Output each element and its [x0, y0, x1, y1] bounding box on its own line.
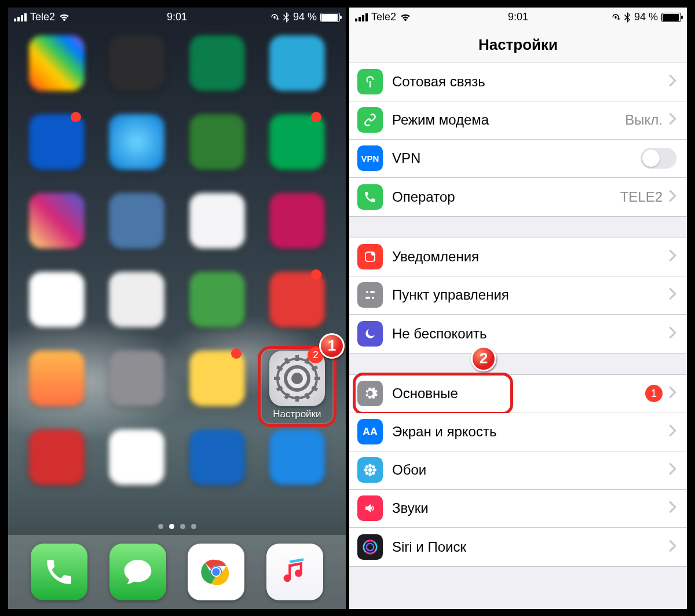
- screenshot-composite: Tele2 9:01 94 %: [6, 5, 689, 611]
- app-unknown[interactable]: [102, 429, 171, 508]
- row-cellular[interactable]: Сотовая связь: [349, 63, 687, 101]
- badge-icon: [71, 112, 81, 122]
- messages-app[interactable]: [109, 544, 166, 600]
- badge-icon: [311, 112, 321, 122]
- clock: 9:01: [508, 11, 528, 23]
- callout-1: 1: [319, 333, 345, 359]
- vpn-toggle[interactable]: [641, 148, 676, 169]
- chevron-right-icon: [668, 287, 676, 302]
- chevron-right-icon: [668, 462, 676, 478]
- svg-point-2: [291, 373, 303, 384]
- svg-rect-13: [365, 297, 370, 299]
- svg-point-19: [372, 468, 376, 471]
- row-value: Выкл.: [625, 112, 663, 128]
- battery-pct: 94 %: [293, 11, 317, 23]
- app-unknown[interactable]: [102, 272, 171, 351]
- row-wallpaper[interactable]: Обои: [349, 451, 687, 490]
- svg-point-23: [372, 472, 375, 475]
- page-indicator[interactable]: [8, 520, 346, 535]
- app-unknown[interactable]: [22, 429, 92, 508]
- settings-group-general: 2 Основные 1 AA Экран и яркость: [349, 374, 687, 567]
- row-siri[interactable]: Siri и Поиск: [349, 528, 687, 566]
- row-label: Сотовая связь: [392, 74, 668, 90]
- app-unknown[interactable]: [102, 114, 171, 193]
- phone-home-screen: Tele2 9:01 94 %: [8, 8, 346, 609]
- row-display[interactable]: AA Экран и яркость: [349, 413, 687, 451]
- chrome-icon: [198, 554, 234, 590]
- app-unknown[interactable]: [262, 429, 332, 508]
- settings-group-alerts: Уведомления Пункт управления Не беспокои…: [349, 238, 687, 353]
- row-label: Siri и Поиск: [392, 539, 668, 555]
- row-label: Режим модема: [392, 112, 625, 128]
- chevron-right-icon: [668, 386, 676, 401]
- settings-app[interactable]: 2 Настройки 1: [262, 351, 332, 429]
- row-label: Экран и яркость: [392, 424, 668, 440]
- app-unknown[interactable]: [262, 114, 332, 193]
- row-label: VPN: [392, 150, 641, 166]
- wifi-icon: [400, 13, 411, 22]
- settings-list[interactable]: Сотовая связь Режим модема Выкл. VPN VPN: [349, 63, 687, 609]
- row-general[interactable]: Основные 1: [349, 375, 687, 413]
- svg-point-17: [368, 472, 371, 476]
- chevron-right-icon: [668, 424, 676, 439]
- link-icon: [357, 107, 383, 133]
- row-vpn[interactable]: VPN VPN: [349, 140, 687, 178]
- settings-app-label: Настройки: [273, 409, 321, 420]
- app-unknown[interactable]: [182, 272, 252, 351]
- row-label: Уведомления: [392, 249, 668, 265]
- row-sounds[interactable]: Звуки: [349, 490, 687, 528]
- music-app[interactable]: [266, 544, 323, 600]
- svg-point-18: [364, 468, 368, 471]
- row-hotspot[interactable]: Режим модема Выкл.: [349, 101, 687, 140]
- row-carrier[interactable]: Оператор TELE2: [349, 178, 687, 216]
- orientation-lock-icon: [270, 13, 279, 22]
- app-unknown[interactable]: [182, 193, 252, 272]
- app-unknown[interactable]: [22, 114, 92, 193]
- battery-icon: [661, 13, 681, 22]
- signal-icon: [355, 13, 368, 21]
- phone-icon: [43, 556, 75, 588]
- vpn-icon: VPN: [357, 145, 383, 171]
- app-unknown[interactable]: [102, 193, 171, 272]
- app-unknown[interactable]: [182, 35, 252, 114]
- app-unknown[interactable]: [182, 351, 252, 429]
- app-unknown[interactable]: [102, 35, 171, 114]
- row-notifications[interactable]: Уведомления: [349, 238, 687, 276]
- chevron-right-icon: [668, 249, 676, 264]
- phone-icon: [357, 184, 383, 210]
- row-control-center[interactable]: Пункт управления: [349, 276, 687, 315]
- svg-point-21: [372, 465, 375, 468]
- svg-point-11: [366, 291, 368, 293]
- orientation-lock-icon: [611, 13, 620, 22]
- app-unknown[interactable]: [22, 193, 92, 272]
- chrome-app[interactable]: [188, 544, 244, 600]
- siri-icon: [357, 534, 383, 560]
- svg-point-7: [213, 568, 220, 575]
- settings-group-network: Сотовая связь Режим модема Выкл. VPN VPN: [349, 63, 687, 217]
- row-badge: 1: [645, 385, 663, 402]
- app-unknown[interactable]: [102, 351, 171, 429]
- app-unknown[interactable]: [22, 35, 92, 114]
- speaker-icon: [357, 495, 383, 521]
- music-icon: [280, 557, 310, 587]
- svg-point-14: [372, 297, 374, 299]
- dock: [8, 535, 346, 609]
- app-unknown[interactable]: [22, 272, 92, 351]
- app-unknown[interactable]: [182, 429, 252, 508]
- phone-settings-screen: Tele2 9:01 94 % Настройки: [349, 8, 687, 609]
- row-label: Пункт управления: [392, 287, 668, 303]
- battery-icon: [320, 13, 340, 22]
- row-label: Оператор: [392, 189, 620, 205]
- app-unknown[interactable]: [22, 351, 92, 429]
- phone-app[interactable]: [31, 544, 87, 600]
- home-app-grid: 2 Настройки 1: [8, 27, 346, 520]
- app-unknown[interactable]: [262, 193, 332, 272]
- app-unknown[interactable]: [262, 35, 332, 114]
- row-value: TELE2: [620, 189, 663, 205]
- moon-icon: [357, 321, 383, 347]
- svg-rect-8: [614, 16, 616, 19]
- app-unknown[interactable]: [182, 114, 252, 193]
- row-dnd[interactable]: Не беспокоить: [349, 315, 687, 353]
- row-label: Звуки: [392, 500, 668, 516]
- clock: 9:01: [167, 11, 187, 23]
